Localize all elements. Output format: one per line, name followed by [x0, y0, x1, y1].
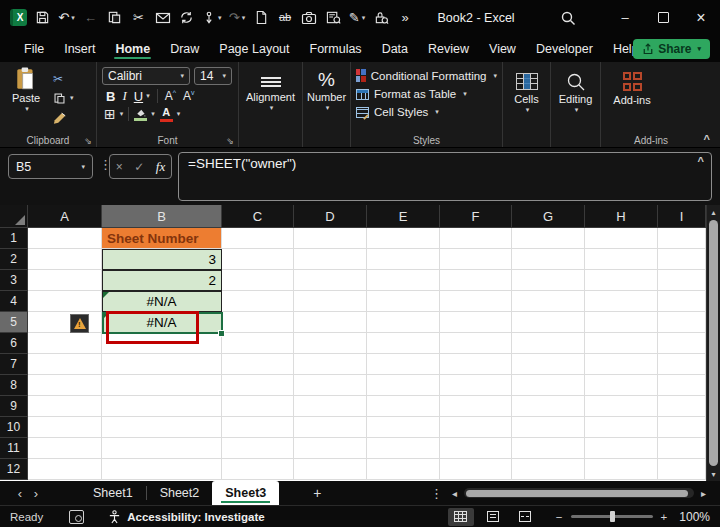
sheet-tab-sheet2[interactable]: Sheet2 — [147, 481, 213, 505]
cell-I6[interactable] — [658, 333, 706, 354]
tab-developer[interactable]: Developer — [526, 35, 603, 62]
cell-C12[interactable] — [222, 459, 294, 480]
row-header-10[interactable]: 10 — [0, 417, 28, 438]
cell-G1[interactable] — [512, 228, 585, 249]
cell-D5[interactable] — [294, 312, 367, 333]
redo-button[interactable]: ↷▾ — [229, 8, 246, 28]
cell-F8[interactable] — [440, 375, 512, 396]
cell-G6[interactable] — [512, 333, 585, 354]
row-header-11[interactable]: 11 — [0, 438, 28, 459]
cell-D8[interactable] — [294, 375, 367, 396]
tab-page-layout[interactable]: Page Layout — [209, 35, 299, 62]
cell-F6[interactable] — [440, 333, 512, 354]
row-header-2[interactable]: 2 — [0, 249, 28, 270]
scroll-right-icon[interactable]: ▸ — [701, 488, 706, 499]
search-icon[interactable] — [559, 8, 576, 28]
cell-B8[interactable] — [102, 375, 222, 396]
copy-icon[interactable] — [106, 8, 123, 28]
cell-C6[interactable] — [222, 333, 294, 354]
format-painter-button[interactable] — [53, 110, 67, 124]
cell-H6[interactable] — [585, 333, 658, 354]
cell-I11[interactable] — [658, 438, 706, 459]
cell-A7[interactable] — [28, 354, 102, 375]
fill-color-button[interactable]: ▾ — [134, 107, 155, 121]
cell-G10[interactable] — [512, 417, 585, 438]
cell-C10[interactable] — [222, 417, 294, 438]
cell-D12[interactable] — [294, 459, 367, 480]
cell-C5[interactable] — [222, 312, 294, 333]
zoom-slider-thumb[interactable] — [610, 511, 615, 522]
row-header-4[interactable]: 4 — [0, 291, 28, 312]
zoom-in-icon[interactable]: + — [661, 511, 668, 523]
cell-H4[interactable] — [585, 291, 658, 312]
cell-F12[interactable] — [440, 459, 512, 480]
ink-editor-button[interactable]: ✎▾ — [349, 8, 366, 28]
cell-E11[interactable] — [367, 438, 440, 459]
cell-I4[interactable] — [658, 291, 706, 312]
cell-H12[interactable] — [585, 459, 658, 480]
cell-D1[interactable] — [294, 228, 367, 249]
fill-handle[interactable] — [218, 330, 225, 337]
cell-H1[interactable] — [585, 228, 658, 249]
borders-button[interactable]: ⊞▾ — [104, 107, 123, 121]
cell-G4[interactable] — [512, 291, 585, 312]
row-header-6[interactable]: 6 — [0, 333, 28, 354]
cell-B3[interactable]: 2 — [102, 270, 222, 291]
vertical-scroll-thumb[interactable] — [709, 220, 718, 466]
cell-F10[interactable] — [440, 417, 512, 438]
cell-B11[interactable] — [102, 438, 222, 459]
macro-record-icon[interactable] — [69, 510, 84, 524]
cell-H5[interactable] — [585, 312, 658, 333]
cell-H7[interactable] — [585, 354, 658, 375]
cell-G8[interactable] — [512, 375, 585, 396]
addins-button[interactable]: Add-ins — [606, 67, 658, 106]
decrease-font-button[interactable]: Av — [183, 89, 195, 103]
tab-home[interactable]: Home — [105, 35, 160, 62]
cut-button[interactable]: ✂ — [53, 72, 63, 86]
cell-F11[interactable] — [440, 438, 512, 459]
cell-B12[interactable] — [102, 459, 222, 480]
alignment-button[interactable]: Alignment ▾ — [244, 67, 297, 112]
cell-A3[interactable] — [28, 270, 102, 291]
strikethrough-icon[interactable]: ab — [277, 8, 294, 28]
tab-formulas[interactable]: Formulas — [300, 35, 372, 62]
scroll-up-icon[interactable]: ▴ — [707, 205, 720, 219]
cell-I8[interactable] — [658, 375, 706, 396]
sheet-nav-left-icon[interactable]: ‹ — [12, 486, 28, 501]
column-header-D[interactable]: D — [294, 205, 367, 228]
cell-E10[interactable] — [367, 417, 440, 438]
row-header-7[interactable]: 7 — [0, 354, 28, 375]
bold-button[interactable]: B — [106, 89, 115, 104]
sheet-bar-dots-icon[interactable]: ⋮ — [430, 486, 443, 501]
cell-H11[interactable] — [585, 438, 658, 459]
email-icon[interactable] — [154, 8, 171, 28]
cell-G9[interactable] — [512, 396, 585, 417]
sheet-tab-sheet3[interactable]: Sheet3 — [212, 481, 279, 505]
cell-I9[interactable] — [658, 396, 706, 417]
cell-C4[interactable] — [222, 291, 294, 312]
font-family-select[interactable]: Calibri▾ — [102, 67, 190, 85]
paste-button[interactable]: Paste ▾ — [5, 67, 47, 124]
cell-D11[interactable] — [294, 438, 367, 459]
cut-icon[interactable]: ✂ — [130, 8, 147, 28]
cancel-icon[interactable]: × — [116, 160, 123, 174]
number-button[interactable]: % Number ▾ — [308, 67, 345, 112]
zoom-out-icon[interactable]: − — [556, 511, 563, 523]
font-dialog-launcher-icon[interactable]: ⇘ — [226, 136, 234, 146]
cell-H9[interactable] — [585, 396, 658, 417]
cell-I2[interactable] — [658, 249, 706, 270]
share-button[interactable]: Share ▾ — [633, 39, 710, 59]
column-header-E[interactable]: E — [367, 205, 440, 228]
cell-A11[interactable] — [28, 438, 102, 459]
cell-H10[interactable] — [585, 417, 658, 438]
cell-F2[interactable] — [440, 249, 512, 270]
scroll-left-icon[interactable]: ◂ — [452, 488, 457, 499]
permissions-icon[interactable] — [373, 8, 390, 28]
excel-logo-icon[interactable]: X — [10, 8, 27, 28]
cell-G7[interactable] — [512, 354, 585, 375]
font-color-button[interactable]: A▾ — [160, 107, 181, 121]
cell-I1[interactable] — [658, 228, 706, 249]
cell-A2[interactable] — [28, 249, 102, 270]
cell-D6[interactable] — [294, 333, 367, 354]
cell-E3[interactable] — [367, 270, 440, 291]
